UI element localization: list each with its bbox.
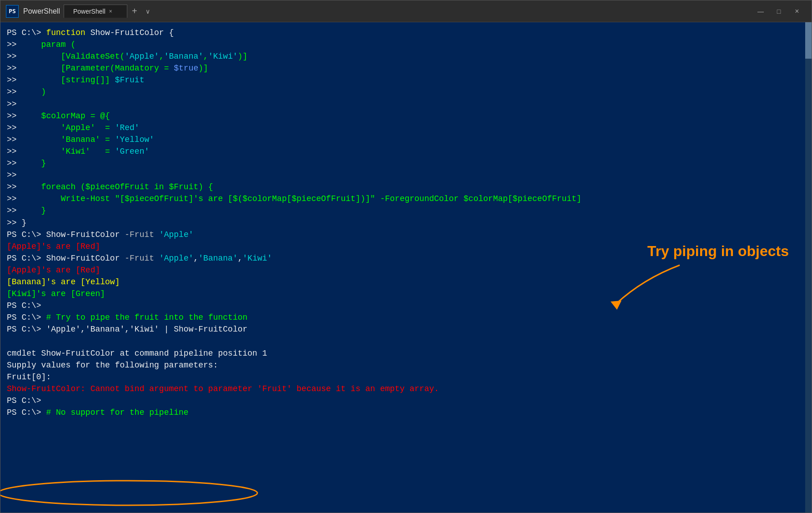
terminal-line: >> 'Kiwi' = 'Green': [7, 146, 805, 157]
terminal-line: Show-FruitColor: Cannot bind argument to…: [7, 383, 805, 395]
circle-annotation: [0, 479, 287, 507]
terminal-line: >> }: [7, 217, 805, 229]
terminal-line: cmdlet Show-FruitColor at command pipeli…: [7, 347, 805, 359]
titlebar: PS PowerShell PowerShell × + ∨ — □ ×: [0, 0, 812, 22]
terminal-line: Fruit[0]:: [7, 371, 805, 383]
tab-dropdown-button[interactable]: ∨: [142, 6, 154, 17]
terminal-line: >> ): [7, 86, 805, 98]
terminal-line: >> [ValidateSet('Apple','Banana','Kiwi')…: [7, 50, 805, 62]
terminal-line: >> foreach ($pieceOfFruit in $Fruit) {: [7, 181, 805, 193]
scrollbar[interactable]: [805, 22, 812, 513]
titlebar-left: PS PowerShell: [6, 5, 60, 18]
terminal-line: Supply values for the following paramete…: [7, 359, 805, 371]
terminal-line: >> [string[]] $Fruit: [7, 74, 805, 86]
new-tab-button[interactable]: +: [127, 4, 142, 18]
tab-area: PowerShell × + ∨: [64, 4, 154, 18]
svg-marker-1: [611, 301, 622, 310]
terminal-area[interactable]: PS C:\> function Show-FruitColor { >> pa…: [0, 22, 812, 513]
powershell-window: PS PowerShell PowerShell × + ∨ — □ × PS …: [0, 0, 812, 513]
close-button[interactable]: ×: [788, 3, 806, 20]
scrollbar-thumb[interactable]: [805, 22, 812, 59]
tab-label: PowerShell: [73, 8, 105, 15]
terminal-line: >> param (: [7, 39, 805, 50]
titlebar-title: PowerShell: [23, 7, 60, 15]
titlebar-controls: — □ ×: [752, 3, 806, 20]
terminal-line: PS C:\>: [7, 395, 805, 407]
tab-powershell[interactable]: PowerShell ×: [64, 5, 127, 18]
terminal-line: >> }: [7, 157, 805, 169]
terminal-line: PS C:\> 'Apple','Banana','Kiwi' | Show-F…: [7, 323, 805, 335]
terminal-line: >> Write-Host "[$pieceOfFruit]'s are [$(…: [7, 193, 805, 205]
annotation-arrow: [589, 261, 689, 311]
ps-icon-text: PS: [9, 8, 16, 15]
terminal-line: >> $colorMap = @{: [7, 110, 805, 122]
maximize-button[interactable]: □: [770, 3, 788, 20]
terminal-line: >>: [7, 98, 805, 110]
terminal-line: >>: [7, 169, 805, 181]
terminal-line: PS C:\> Show-FruitColor -Fruit 'Apple': [7, 229, 805, 241]
terminal-line: >> }: [7, 205, 805, 216]
terminal-line: >> 'Apple' = 'Red': [7, 122, 805, 134]
annotation-text: Try piping in objects: [647, 243, 789, 259]
tab-close-icon[interactable]: ×: [109, 8, 112, 15]
minimize-button[interactable]: —: [752, 3, 770, 20]
terminal-line: [7, 335, 805, 347]
terminal-line: PS C:\> # Try to pipe the fruit into the…: [7, 312, 805, 323]
terminal-line: >> 'Banana' = 'Yellow': [7, 134, 805, 146]
terminal-line: PS C:\> function Show-FruitColor {: [7, 27, 805, 39]
powershell-icon: PS: [6, 5, 19, 18]
terminal-line: >> [Parameter(Mandatory = $true)]: [7, 62, 805, 74]
terminal-line: PS C:\> # No support for the pipeline: [7, 407, 805, 418]
annotation-container: Try piping in objects: [647, 241, 789, 262]
svg-point-0: [0, 481, 257, 505]
